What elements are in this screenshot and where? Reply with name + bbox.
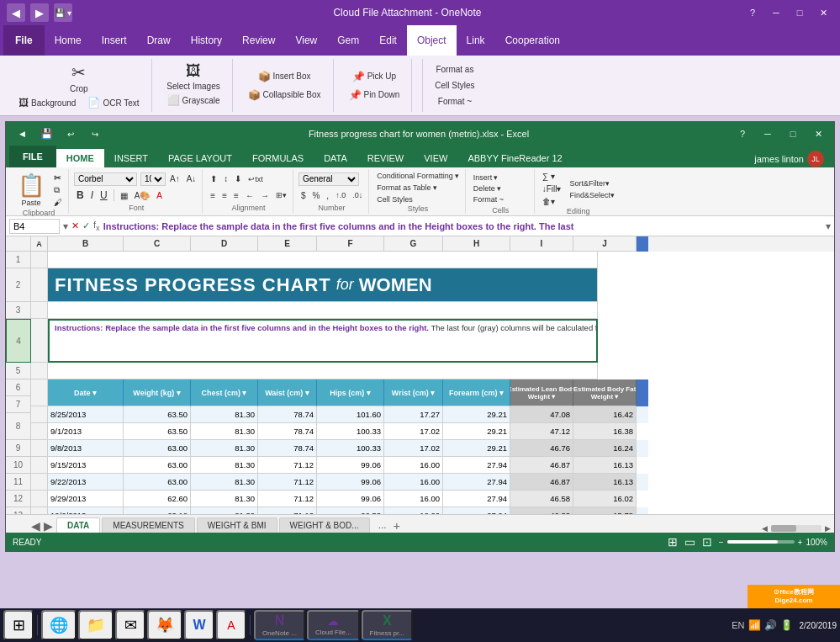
cell-reference-box[interactable]: B4 [9,219,60,234]
align-left-button[interactable]: ≡ [208,190,218,201]
insert-cells-button[interactable]: Insert ▾ [471,172,531,183]
cell-hips-1[interactable]: 100.33 [317,423,384,440]
cell-weight-5[interactable]: 62.60 [124,491,191,507]
excel-save-btn[interactable]: 💾 [35,126,57,141]
align-middle-button[interactable]: ↕ [221,173,230,184]
sheet-nav-next[interactable]: ▶ [44,519,53,533]
comma-button[interactable]: , [324,190,331,201]
font-name-select[interactable]: Corbel [74,172,137,186]
link-menu[interactable]: Link [457,25,495,56]
sheet-nav-prev[interactable]: ◀ [31,519,40,533]
cell-lean-3[interactable]: 46.87 [510,457,573,474]
col-header-B[interactable]: B [48,236,124,252]
cell-bodyfat-0[interactable]: 16.42 [573,406,637,423]
taskbar-word[interactable]: W [184,610,214,640]
sheet-tab-more[interactable]: ... [372,517,394,533]
background-button[interactable]: 🖼 Background [13,95,81,110]
merge-button[interactable]: ⊞▾ [273,190,289,200]
col-header-F[interactable]: F [317,236,384,252]
cell-A11[interactable] [31,440,48,457]
conditional-formatting-button[interactable]: Conditional Formatting ▾ [374,171,462,181]
dec-inc-button[interactable]: ↑.0 [333,190,348,200]
page-break-btn[interactable]: ⊡ [702,535,712,549]
cell-hips-4[interactable]: 99.06 [317,474,384,491]
cell-weight-4[interactable]: 63.00 [124,474,191,491]
cell-waist-0[interactable]: 78.74 [258,406,317,423]
crop-button[interactable]: ✂ Crop [62,61,96,95]
cell-hips-0[interactable]: 101.60 [317,406,384,423]
cell-chest-6[interactable]: 81.30 [191,507,258,514]
cell-A10[interactable] [31,423,48,440]
cell-date-6[interactable]: 10/6/2013 [48,507,124,514]
pin-down-button[interactable]: 📌 Pin Down [344,88,405,103]
align-center-button[interactable]: ≡ [219,190,230,201]
cell-A12[interactable] [31,457,48,474]
col-header-H[interactable]: H [443,236,510,252]
format-as-button[interactable]: Format as [431,63,478,76]
object-menu[interactable]: Object [407,25,457,56]
select-images-button[interactable]: 🖼 Select Images [163,61,223,93]
excel-data-tab[interactable]: DATA [314,149,357,167]
cell-A1[interactable] [31,252,48,268]
back-button[interactable]: ◀ [7,3,25,22]
cell-chest-5[interactable]: 81.30 [191,491,258,507]
col-header-G[interactable]: G [384,236,443,252]
cell-A14[interactable] [31,491,48,507]
decrease-font-btn[interactable]: A↓ [184,173,199,184]
close-button[interactable]: ✕ [813,5,833,20]
col-header-J[interactable]: J [573,236,637,252]
format-tilde-button[interactable]: Format ~ [433,95,477,108]
cell-A3[interactable] [31,302,48,319]
cell-A9[interactable] [31,406,48,423]
excel-file-tab[interactable]: FILE [9,146,56,167]
cell-forearm-5[interactable]: 27.94 [443,491,510,507]
sheet-tab-weightbmi[interactable]: WEIGHT & BMI [197,517,277,533]
cell-weight-1[interactable]: 63.50 [124,423,191,440]
cell-A8[interactable] [31,379,48,406]
cell-date-1[interactable]: 9/1/2013 [48,423,124,440]
underline-button[interactable]: U [98,188,110,202]
italic-button[interactable]: I [88,188,96,202]
cell-date-4[interactable]: 9/22/2013 [48,474,124,491]
indent-inc-button[interactable]: → [258,190,272,201]
cell-lean-2[interactable]: 46.76 [510,440,573,457]
number-format-select[interactable]: General [298,172,359,186]
h-scrollbar[interactable] [771,525,822,532]
cell-hips-6[interactable]: 96.52 [317,507,384,514]
cell-A4[interactable] [31,319,48,363]
format-as-table-button[interactable]: Format as Table ▾ [374,183,462,193]
cell-lean-4[interactable]: 46.87 [510,474,573,491]
format-cells-button[interactable]: Format ~ [471,194,531,204]
excel-formulas-tab[interactable]: FORMULAS [242,149,314,167]
h-scrollbar-thumb[interactable] [771,525,796,532]
paste-button[interactable]: 📋 Paste [13,171,50,209]
taskbar-edge[interactable]: 🌐 [41,610,77,640]
col-header-I[interactable]: I [510,236,573,252]
cell-styles-button-ribbon[interactable]: Cell Styles [374,194,462,204]
ocr-text-button[interactable]: 📄 OCR Text [82,95,144,110]
cell-hips-3[interactable]: 99.06 [317,457,384,474]
increase-font-btn[interactable]: A↑ [167,173,182,184]
page-layout-btn[interactable]: ▭ [684,535,695,549]
font-size-select[interactable]: 10 [140,172,166,186]
taskbar-cloudfile[interactable]: ☁ Cloud File... [307,610,360,640]
excel-redo-btn[interactable]: ↪ [84,126,106,141]
cell-styles-button[interactable]: Cell Styles [430,79,479,92]
excel-help-btn[interactable]: ? [732,126,753,141]
taskbar-explorer[interactable]: 📁 [78,610,114,640]
formula-expand-right[interactable]: ▾ [826,220,831,232]
col-header-C[interactable]: C [124,236,191,252]
cell-forearm-4[interactable]: 27.94 [443,474,510,491]
insert-box-button[interactable]: 📦 Insert Box [253,69,316,84]
cell-waist-6[interactable]: 71.12 [258,507,317,514]
cell-wrist-2[interactable]: 17.02 [384,440,443,457]
dec-dec-button[interactable]: .0↓ [350,190,365,200]
cell-forearm-2[interactable]: 29.21 [443,440,510,457]
edit-menu[interactable]: Edit [369,25,407,56]
cell-lean-5[interactable]: 46.58 [510,491,573,507]
clear-button[interactable]: 🗑▾ [540,196,564,207]
cell-chest-3[interactable]: 81.30 [191,457,258,474]
cell-lean-1[interactable]: 47.12 [510,423,573,440]
cell-chest-2[interactable]: 81.30 [191,440,258,457]
zoom-plus-btn[interactable]: + [798,538,803,547]
